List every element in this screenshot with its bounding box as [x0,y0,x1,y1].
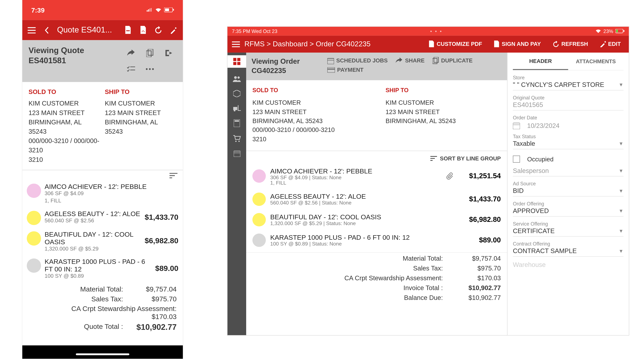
svg-rect-5 [146,51,151,57]
ad-source-select[interactable]: BID▼ [513,187,624,196]
line-item[interactable]: BEAUTIFUL DAY - 12': COOL OASIS 1,320.00… [27,228,178,255]
color-swatch [27,259,41,273]
ship-to-name: KIM CUSTOMER [105,99,176,108]
color-swatch [27,184,41,198]
tablet-time: 7:35 PM Wed Oct 23 [232,28,277,34]
order-offering-select[interactable]: APPROVED▼ [513,207,624,217]
line-item[interactable]: AGELESS BEAUTY - 12': ALOE 560.040 SF @ … [27,207,178,228]
salesperson-select[interactable]: Salesperson▼ [513,167,624,176]
total-value: $10,902.77 [136,323,176,332]
edit-button[interactable]: EDIT [596,41,624,47]
rail-dashboard-icon[interactable] [228,55,246,68]
svg-point-19 [238,141,240,142]
order-date-input[interactable]: 10/23/2024 [513,122,624,129]
svg-rect-20 [234,151,240,157]
sold-to-phones: 000/000-3210 / 000/000-3210 [28,137,100,155]
contract-offering-select[interactable]: CONTRACT SAMPLE▼ [513,247,624,257]
refresh-button[interactable]: REFRESH [549,41,592,47]
viewing-number: ES401581 [28,56,84,66]
svg-rect-14 [233,107,237,110]
item-name: BEAUTIFUL DAY - 12': COOL OASIS [44,230,141,245]
sign-pdf-icon[interactable] [138,25,148,35]
tab-header[interactable]: HEADER [513,53,568,70]
checkbox-icon [513,156,520,163]
occupied-checkbox[interactable]: Occupied [513,156,624,163]
sign-and-pay-button[interactable]: SIGN AND PAY [490,40,544,48]
chevron-down-icon: ▼ [618,228,624,233]
export-icon[interactable] [160,45,176,61]
warehouse-select[interactable]: Warehouse [513,261,624,270]
share-button[interactable]: SHARE [396,57,424,64]
sold-to-heading: SOLD TO [28,87,100,96]
total-label: Sales Tax: [91,295,123,303]
more-icon[interactable] [142,61,158,77]
total-value: $975.70 [136,295,176,303]
sort-icon[interactable] [170,173,178,178]
rail-box-icon[interactable] [233,90,240,97]
line-item[interactable]: KARASTEP 1000 PLUS - PAD - 6 FT 00 IN: 1… [251,230,503,250]
sold-to-city: BIRMINGHAM, AL 35243 [28,118,100,136]
payment-button[interactable]: PAYMENT [327,67,502,73]
sort-icon[interactable] [430,156,437,161]
rail-calendar-icon[interactable] [234,150,240,157]
line-item[interactable]: AIMCO ACHIEVER - 12': PEBBLE 306 SF @ $4… [251,163,503,189]
cellular-icon [146,8,153,12]
svg-point-15 [234,110,236,111]
line-item[interactable]: KARASTEP 1000 PLUS - PAD - 6 FT 00 IN: 1… [27,255,178,283]
line-item[interactable]: BEAUTIFUL DAY - 12': COOL OASIS 1,320.00… [251,209,503,230]
chevron-down-icon: ▼ [618,168,624,173]
back-icon[interactable] [42,25,52,35]
store-label: Store [513,75,624,80]
sold-to-ext: 3210 [28,155,100,165]
edit-icon[interactable] [168,25,178,35]
customize-pdf-button[interactable]: CUSTOMIZE PDF [425,40,486,48]
contract-offering-label: Contract Offering [513,241,624,247]
phone-time: 7:39 [31,6,44,14]
total-value: $10,902.77 [460,294,501,301]
service-offering-select[interactable]: CERTIFICATE▼ [513,227,624,237]
rail-forklift-icon[interactable] [233,105,241,111]
tablet-line-items: AIMCO ACHIEVER - 12': PEBBLE 306 SF @ $4… [246,163,507,250]
chevron-down-icon: ▼ [618,141,624,146]
duplicate-icon[interactable] [142,45,158,61]
rail-people-icon[interactable] [233,76,241,82]
viewing-label: Viewing Quote [28,45,84,56]
line-item[interactable]: AGELESS BEAUTY - 12': ALOE 560.040 SF @ … [251,189,503,209]
breadcrumb[interactable]: RFMS > Dashboard > Order CG402235 [244,40,421,48]
svg-point-6 [146,68,148,70]
attachment-icon[interactable] [446,173,454,180]
phone-home-indicator [22,346,183,359]
tablet-totals: Material Total:$9,757.04Sales Tax:$975.7… [246,252,507,304]
svg-point-18 [235,141,236,142]
line-item[interactable]: AIMCO ACHIEVER - 12': PEBBLE 306 SF @ $4… [27,180,178,207]
phone-totals: Material Total:$9,757.04Sales Tax:$975.7… [22,283,183,335]
tablet-status-bar: 7:35 PM Wed Oct 23 • • • 23% [228,27,629,35]
tab-attachments[interactable]: ATTACHMENTS [568,53,624,70]
battery-icon [616,29,624,33]
total-label: Sales Tax: [413,265,443,272]
order-offering-label: Order Offering [513,201,624,206]
pdf-icon[interactable] [123,25,133,35]
tax-status-select[interactable]: Taxable▼ [513,140,624,149]
duplicate-button[interactable]: DUPLICATE [432,57,472,64]
store-select[interactable]: " " CYNCLY'S CARPET STORE▼ [513,81,624,90]
refresh-icon[interactable] [154,25,163,35]
svg-rect-17 [234,120,239,122]
share-icon[interactable] [123,45,139,61]
rail-calculator-icon[interactable] [234,119,240,127]
hamburger-icon[interactable] [27,25,36,35]
total-value: $170.03 [136,313,176,321]
phone-line-items: AIMCO ACHIEVER - 12': PEBBLE 306 SF @ $4… [22,178,183,282]
item-extra: 1, FILL [270,180,442,185]
svg-rect-11 [624,30,624,32]
scheduled-jobs-button[interactable]: SCHEDULED JOBS [327,57,388,64]
rail-cart-icon[interactable] [233,135,241,142]
svg-point-13 [238,76,240,79]
svg-rect-23 [432,58,437,64]
checklist-icon[interactable] [123,61,139,77]
order-detail-pane: Viewing Order CG402235 SCHEDULED JOBS SH… [246,53,508,335]
sort-label[interactable]: SORT BY LINE GROUP [440,156,501,162]
hamburger-icon[interactable] [232,41,240,47]
sold-to-ext: 3210 [252,134,368,143]
chevron-down-icon: ▼ [618,208,624,214]
